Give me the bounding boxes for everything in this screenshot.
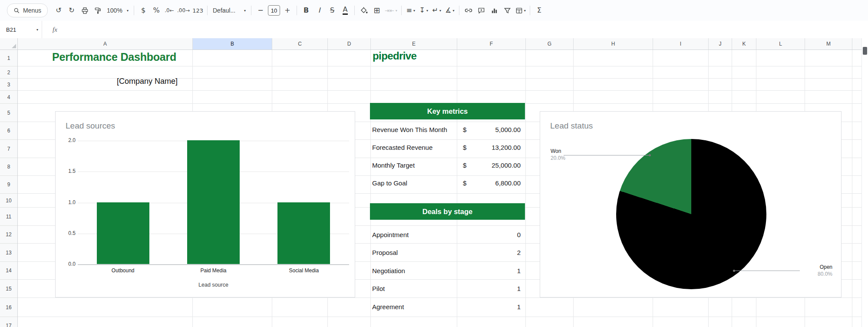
format-currency-button[interactable]: $ [137,4,150,17]
row-header-12[interactable]: 12 [0,226,17,244]
key-metric-label: Monthly Target [372,161,415,168]
deal-stage-label: Negotiation [372,267,405,274]
row-header-16[interactable]: 16 [0,298,17,317]
undo-icon: ↺ [56,7,61,14]
column-header-I[interactable]: I [653,38,709,50]
row-header-17[interactable]: 17 [0,317,17,327]
column-header-E[interactable]: E [371,38,457,50]
deal-stage-value: 2 [517,249,521,256]
column-header-D[interactable]: D [328,38,371,50]
column-header-A[interactable]: A [18,38,193,50]
column-header-G[interactable]: G [526,38,574,50]
zoom-control[interactable]: 100% ▾ [104,4,131,17]
company-name: [Company Name] [117,77,178,86]
row-header-8[interactable]: 8 [0,158,17,176]
decrease-font-size-button[interactable]: − [254,4,267,17]
create-filter-button[interactable] [501,4,514,17]
decrease-decimal-button[interactable]: .0← [163,4,176,17]
number-format-button[interactable]: 123 [191,4,205,17]
column-header-M[interactable]: M [805,38,852,50]
undo-button[interactable]: ↺ [52,4,65,17]
row-header-11[interactable]: 11 [0,208,17,226]
column-header-H[interactable]: H [574,38,653,50]
minus-icon: − [257,7,263,14]
row-header-7[interactable]: 7 [0,140,17,158]
row-header-10[interactable]: 10 [0,194,17,208]
chevron-down-icon: ▾ [127,9,129,13]
lead-sources-chart[interactable]: Lead sources 2.01.51.00.50.0 OutboundPai… [55,111,355,297]
insert-chart-button[interactable] [488,4,501,17]
text-wrap-button[interactable]: ↵ ▾ [430,4,443,17]
y-tick-label: 1.0 [57,199,76,205]
italic-button[interactable]: I [313,4,326,17]
insert-link-button[interactable] [462,4,475,17]
print-button[interactable] [78,4,91,17]
key-metric-label: Revenue Won This Month [372,126,447,133]
dashboard-title: Performance Dashboard [52,51,176,63]
redo-button[interactable]: ↻ [65,4,78,17]
borders-button[interactable]: ⊞ [370,4,383,17]
row-header-2[interactable]: 2 [0,66,17,79]
toolbar-divider [297,6,297,15]
redo-icon: ↻ [69,7,74,14]
row-header-13[interactable]: 13 [0,244,17,262]
text-wrap-icon: ↵ [432,7,438,14]
menus-search-button[interactable]: Menus [7,3,48,17]
column-header-K[interactable]: K [732,38,756,50]
callout-label: Won [551,148,565,155]
column-header-F[interactable]: F [457,38,526,50]
x-tick-label: Social Media [259,268,349,274]
select-all-corner[interactable] [0,38,18,50]
merge-cells-button[interactable]: ⇥⇤ ▾ [383,4,399,17]
row-header-4[interactable]: 4 [0,91,17,104]
merge-cells-icon: ⇥⇤ [385,8,394,13]
insert-comment-button[interactable] [475,4,488,17]
grid-hline [18,90,868,91]
row-header-5[interactable]: 5 [0,104,17,122]
chevron-down-icon: ▾ [524,9,526,13]
row-header-1[interactable]: 1 [0,50,17,66]
chevron-down-icon: ▾ [244,9,246,13]
font-family-value: Defaul... [213,7,235,14]
font-family-selector[interactable]: Defaul... ▾ [210,4,248,17]
row-header-14[interactable]: 14 [0,262,17,280]
strikethrough-button[interactable]: S [326,4,339,17]
column-header-B[interactable]: B [193,38,272,50]
column-header-C[interactable]: C [272,38,328,50]
column-header-L[interactable]: L [756,38,805,50]
row-header-6[interactable]: 6 [0,122,17,140]
horizontal-align-button[interactable]: ≡ ▾ [404,4,417,17]
text-color-icon: A [343,6,348,15]
name-box[interactable]: B21 ▾ [0,21,42,38]
paint-format-button[interactable] [91,4,104,17]
functions-button[interactable]: Σ [533,4,546,17]
deals-by-stage-header: Deals by stage [370,203,525,220]
print-icon [81,7,89,14]
row-header-9[interactable]: 9 [0,176,17,194]
currency-symbol: $ [463,179,466,186]
bar-plot-area: OutboundPaid MediaSocial Media [78,141,349,264]
pie-callout-won: Won 20.0% [551,148,565,162]
lead-status-chart[interactable]: Lead status Won 20.0% Open 80.0% [540,111,842,297]
column-headers: ABCDEFGHIJKLM [18,38,868,50]
row-header-15[interactable]: 15 [0,280,17,298]
increase-font-size-button[interactable]: + [281,4,294,17]
table-views-button[interactable]: ▾ [514,4,527,17]
format-percent-button[interactable]: % [150,4,163,17]
callout-percent: 80.0% [802,271,832,277]
percent-icon: % [153,7,159,14]
column-header-J[interactable]: J [709,38,732,50]
currency-symbol: $ [463,161,466,168]
fill-color-button[interactable] [357,4,370,17]
increase-decimal-icon: .00→ [177,8,190,13]
vertical-scrollbar[interactable] [861,38,868,327]
increase-decimal-button[interactable]: .00→ [176,4,191,17]
scrollbar-thumb[interactable] [863,47,867,55]
vertical-align-button[interactable]: ↧ ▾ [417,4,430,17]
bold-button[interactable]: B [300,4,313,17]
row-header-3[interactable]: 3 [0,79,17,91]
key-metric-row: Gap to Goal$6,800.00 [370,174,525,192]
text-rotation-button[interactable]: ∡ ▾ [443,4,456,17]
text-color-button[interactable]: A [339,4,352,17]
font-size-input[interactable]: 10 [268,5,280,16]
